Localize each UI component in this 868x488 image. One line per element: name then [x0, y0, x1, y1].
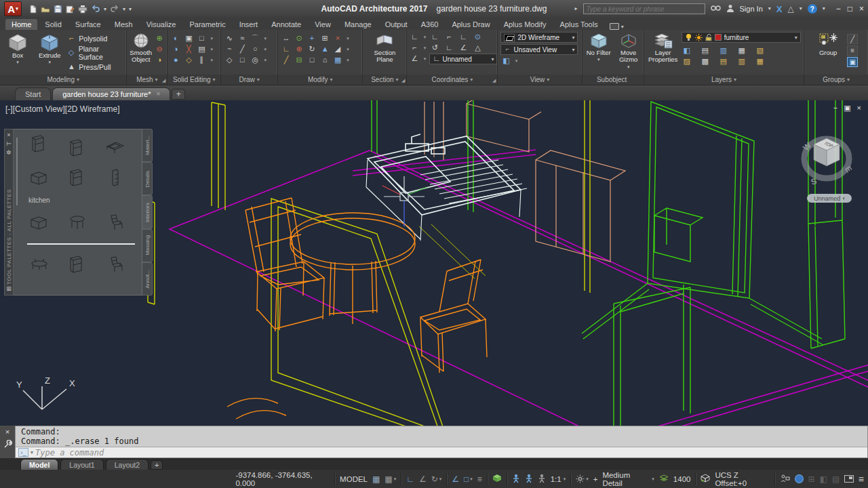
cut-plane-icon[interactable] [659, 474, 669, 484]
layer-combo[interactable]: furniture [682, 32, 801, 43]
rectangle-icon[interactable]: □ [237, 56, 248, 65]
palette-tab-details[interactable]: Details [142, 162, 153, 195]
layer-prev-icon[interactable]: ▩ [700, 57, 711, 66]
ucs-view-icon[interactable]: ∟ [443, 43, 454, 53]
save-as-button[interactable] [66, 5, 75, 14]
tab-parametric[interactable]: Parametric [183, 19, 231, 30]
mesh-refine-icon[interactable]: ⊕ [154, 34, 165, 43]
layer-thaw-icon[interactable]: ▥ [736, 57, 747, 66]
thicken-icon[interactable]: □ [196, 34, 207, 43]
group-selection-toggle-icon[interactable]: ▣ [847, 57, 858, 67]
fillet-edge-icon[interactable]: ◇ [183, 56, 194, 65]
smooth-object-button[interactable]: Smooth Object [130, 32, 152, 64]
stretch-icon[interactable]: ⊟ [294, 56, 304, 65]
polygon-icon[interactable]: ◇ [224, 56, 235, 65]
palette-tab-massing[interactable]: Massing [142, 229, 153, 262]
tab-aplus-draw[interactable]: Aplus Draw [446, 19, 496, 30]
qat-customize-dropdown[interactable]: ▾ [129, 6, 132, 12]
lineweight-icon[interactable]: ≡ [477, 475, 482, 483]
panel-label-coordinates[interactable]: Coordinates [407, 75, 497, 85]
tab-a360[interactable]: A360 [415, 19, 445, 30]
maximize-button[interactable]: □ [848, 4, 852, 14]
palette-tab-annotation[interactable]: Annot... [142, 262, 153, 296]
section-plane-button[interactable]: Section Plane [366, 32, 403, 64]
mesh-expander-icon[interactable]: ◢ [162, 78, 165, 83]
panel-label-modeling[interactable]: Modeling [0, 75, 126, 85]
palette-item-arc2[interactable] [60, 283, 95, 296]
wrench-icon[interactable] [3, 440, 12, 451]
palette-item-chair[interactable] [98, 208, 133, 237]
file-tab-start[interactable]: Start [15, 87, 51, 100]
viewcube-ucs-pill[interactable]: Unnamed [807, 194, 852, 203]
model-space-toggle[interactable]: MODEL [340, 475, 368, 483]
union-icon[interactable]: ◐ [170, 34, 181, 43]
panel-label-layers[interactable]: Layers [644, 75, 804, 85]
close-button[interactable]: × [859, 4, 864, 14]
viewport-config-dropdown[interactable]: ▾ [513, 56, 519, 66]
palette-properties-icon[interactable]: ✲ [6, 148, 12, 157]
tab-visualize[interactable]: Visualize [140, 19, 182, 30]
modify-row3-dropdown[interactable]: ▾ [345, 56, 351, 65]
palette-item-sink[interactable] [98, 134, 133, 162]
coordinates-expander-icon[interactable]: ◢ [492, 78, 496, 83]
ucs-named-icon[interactable]: ∟ [458, 33, 469, 42]
panel-label-draw[interactable]: Draw [221, 75, 277, 85]
dynamic-input-icon[interactable]: ∠ [452, 475, 459, 483]
tab-aplus-tools[interactable]: Aplus Tools [554, 19, 604, 30]
annotation-visibility-icon[interactable] [512, 474, 520, 485]
ucs-combo[interactable]: ∟ Unnamed [429, 54, 497, 64]
box-button[interactable]: Box▾ [3, 32, 33, 65]
tab-view[interactable]: View [309, 19, 337, 30]
palette-title-bar[interactable]: × ⊢ ✲ TOOL PALETTES - ALL PALETTES ⊞ [4, 129, 14, 296]
layer-lock-icon[interactable]: ▦ [755, 57, 766, 66]
ucs-z-offset-value[interactable]: UCS Z Offset:+0 [715, 471, 770, 487]
palette-close-icon[interactable]: × [7, 131, 10, 140]
tab-surface[interactable]: Surface [69, 19, 107, 30]
no-filter-button[interactable]: No Filter▾ [585, 32, 612, 62]
fullscreen-icon[interactable] [844, 475, 853, 483]
detail-level-control[interactable]: Medium Detail▾ [602, 471, 654, 487]
ucs-cube-icon[interactable] [701, 474, 710, 484]
freehand-icon[interactable]: ~ [224, 45, 235, 54]
grid-display-icon[interactable]: ▦ [372, 475, 380, 483]
named-view-combo[interactable]: ⌐ Unsaved View [500, 44, 578, 55]
palette-autohide-icon[interactable]: ⊢ [6, 140, 12, 148]
draw-row3-dropdown[interactable]: ▾ [262, 56, 268, 65]
subtract-icon[interactable]: ◑ [170, 45, 181, 54]
modify-row1-dropdown[interactable]: ▾ [345, 34, 351, 43]
ribbon-display-toggle[interactable]: ▾ [610, 23, 624, 30]
tab-home[interactable]: Home [5, 19, 37, 30]
array-icon[interactable]: ⊞ [319, 34, 330, 43]
viewport-view-control[interactable]: [Custom View] [13, 104, 65, 114]
extrude-button[interactable]: Extrude▾ [35, 32, 64, 65]
ucs-origin-button[interactable]: ⌐▾ [410, 43, 427, 53]
interfere-icon[interactable]: ╳ [183, 45, 194, 54]
extend-icon[interactable]: ╱ [281, 56, 292, 65]
new-tab-button[interactable]: + [172, 89, 185, 100]
viewport-minimize-icon[interactable]: − [833, 104, 837, 113]
tab-insert[interactable]: Insert [233, 19, 264, 30]
annotation-scale-value[interactable]: 1:1▾ [551, 475, 566, 483]
solid-row3-dropdown[interactable]: ▾ [209, 56, 214, 65]
imprint-icon[interactable]: ▤ [196, 45, 207, 54]
layer-isolate-icon[interactable]: ◧ [682, 46, 692, 56]
layout-tab-layout2[interactable]: Layout2 [106, 459, 149, 470]
a360-icon[interactable]: △ [787, 4, 793, 14]
redo-button[interactable] [110, 5, 119, 13]
arrayrect-icon[interactable]: ▦ [332, 56, 343, 65]
workspace-gear-icon[interactable]: ▾ [576, 474, 589, 483]
snap-mode-icon[interactable]: ▦▾ [384, 475, 396, 483]
group-edit-icon[interactable]: ≡ [847, 45, 858, 56]
command-input[interactable] [35, 448, 865, 458]
file-tab-close-icon[interactable]: × [157, 90, 161, 100]
palette-item-round-table[interactable] [60, 208, 95, 237]
isodraft-icon[interactable]: ↻▾ [431, 475, 442, 483]
help-dropdown[interactable]: ▾ [823, 6, 825, 12]
solid-row2-dropdown[interactable]: ▾ [209, 45, 214, 54]
tab-solid[interactable]: Solid [39, 19, 67, 30]
clean-screen-icon[interactable]: ▤ [832, 475, 840, 483]
draw-row2-dropdown[interactable]: ▾ [262, 45, 268, 54]
ucs-x-icon[interactable]: ⌐ [443, 33, 454, 42]
viewport-close-icon[interactable]: × [857, 104, 861, 113]
undo-dropdown[interactable]: ▾ [104, 6, 106, 12]
